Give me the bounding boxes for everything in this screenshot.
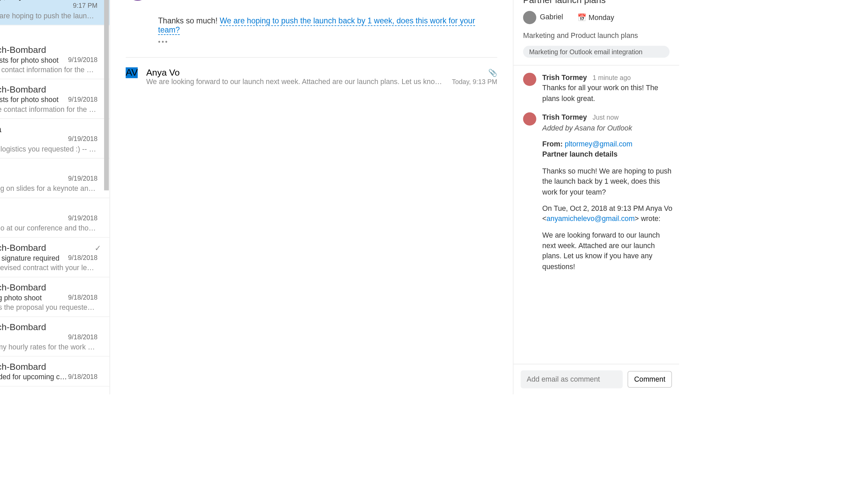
comment-button[interactable]: Comment [628,371,672,388]
comment-author: Trish Tormey [542,113,587,122]
check-icon: ✓ [95,244,101,253]
sender-name: Anya Vo [146,67,180,77]
from-email[interactable]: pltormey@gmail.com [565,140,632,148]
message-sender: Audriana Vojkovich-Bombard [0,361,97,371]
comment: Trish Tormey Just now Added by Asana for… [523,113,674,272]
due-date[interactable]: 📅 Monday [577,13,614,22]
message-time: Today, 9:13 PM [452,78,497,85]
sender-avatar: PT [126,0,150,1]
comment: Trish Tormey 1 minute ago Thanks for all… [523,73,674,104]
message-preview: Hi Trish, Here are the logistics you req… [0,145,97,153]
assignee-avatar-icon [523,11,536,24]
sender-avatar: AV [126,67,138,78]
task-title: Partner launch plans [513,0,679,11]
message-date: 9/18/2018 [68,333,98,342]
time-header: Two weeks ago [0,25,110,40]
message-date: 9/19/2018 [68,214,98,223]
message-item[interactable]: Audriana Vojkovich-BombardHair and makeu… [0,79,110,119]
message-date: 9/19/2018 [68,96,98,104]
message-preview: Hi Trish - Here is the revised contract … [0,264,97,272]
comment-time: 1 minute ago [593,74,631,81]
quoted-p2b: > wrote: [635,214,661,223]
expand-quoted-button[interactable]: ••• [158,38,497,45]
message-item[interactable]: Victoria ChernovaPhoto shoot logistics9/… [0,119,110,159]
message-preview: Thanks so much! We are hoping to push th… [0,11,97,20]
message-subject: Proposal for upcoming photo shoot [0,294,68,302]
comment-avatar-icon [523,113,536,126]
message-item[interactable]: Nikki HendersonReview resume?9/19/2018Hi… [0,198,110,238]
collapsed-message[interactable]: AV Anya Vo 📎 We are looking forward to o… [126,57,497,86]
message-list: Focused Other Filter ⌄ Next: No events f… [0,0,110,395]
message-sender: Patricia Tormey; Anya Vo [0,0,97,1]
comment-time: Just now [593,114,619,120]
task-tag[interactable]: Marketing for Outlook email integration [523,46,670,57]
message-date: 9/19/2018 [68,135,98,144]
message-item[interactable]: Audriana Vojkovich-BombardHair and makeu… [0,40,110,79]
scrollbar[interactable] [103,0,110,395]
from-label: From: [542,140,565,148]
quoted-subject: Partner launch details [542,150,618,159]
message-preview: Hey Trish - Attached is the proposal you… [0,303,97,312]
message-subject: Your revised contract: signature require… [0,254,68,262]
reading-pane: Partner launch details 📎 1 ⌄ PT Patricia… [110,0,514,395]
assignee[interactable]: Gabriel [523,11,563,24]
message-preview: Hey Trish - Here are my hourly rates for… [0,343,97,351]
comment-text: Thanks for all your work on this! The pl… [542,83,674,104]
message-subject: Partner launch details [0,2,73,11]
message-item[interactable]: Audriana Vojkovich-BombardMarketing asse… [0,357,110,387]
message-sender: Victoria Chernova [0,124,97,134]
message-sender: Audriana Vojkovich-Bombard [0,322,97,332]
message-sender: Audriana Vojkovich-Bombard [0,44,97,55]
comment-input[interactable] [521,370,623,388]
message-item[interactable]: Audriana Vojkovich-BombardProposal for u… [0,277,110,317]
message-date: 9/18/2018 [68,373,98,381]
message-item[interactable]: Audriana Vojkovich-BombardYour revised c… [0,238,110,277]
message-preview: Hey Trish - Here is the contact informat… [0,105,97,114]
message-date: 9/19/2018 [68,175,98,183]
due-label: Monday [589,13,614,22]
message-subject: Freelance rates [0,333,68,342]
message-sender: Audriana Vojkovich-Bombard [0,282,97,293]
comment-italic: Added by Asana for Outlook [542,123,674,134]
message-preview: Hey Trish, Here is the contact informati… [0,65,97,74]
message-date: 9/18/2018 [68,294,98,302]
message-sender: Nikki Henderson [0,203,97,213]
quoted-p1: Thanks so much! We are hoping to push th… [542,166,674,197]
message-sender: Audriana Vojkovich-Bombard [0,243,97,253]
asana-panel: Asana ✕ ← View in Asana Partner launch p… [513,0,679,395]
message-preview: We are looking forward to our launch nex… [146,77,446,86]
message-sender: Audriana Vojkovich-Bombard [0,84,97,94]
email-body: Thanks so much! We are hoping to push th… [158,16,497,45]
message-item[interactable]: Audriana Vojkovich-BombardFreelance rate… [0,317,110,357]
quoted-email-link[interactable]: anyamichelevo@gmail.com [547,214,635,223]
message-subject: Marketing assets needed for upcoming co-… [0,373,68,381]
message-preview: Hi Trish, I just met Julio at our confer… [0,224,97,232]
message-item[interactable]: ▶Patricia Tormey; Anya VoPartner launch … [0,0,110,25]
task-comments: Trish Tormey 1 minute ago Thanks for all… [513,65,679,364]
message-date: 9/19/2018 [68,56,98,64]
message-date: 9/18/2018 [68,254,98,262]
message-subject: Photo shoot logistics [0,135,68,144]
message-item[interactable]: Nikki HendersonNew team headshots9/19/20… [0,159,110,198]
message-subject: Hair and makeup stylists for photo shoot [0,56,68,64]
message-subject: Hair and makeup stylists for photo shoot [0,96,68,104]
message-preview: Hello Trish, I'm working on slides for a… [0,185,97,193]
quoted-p3: We are looking forward to our launch nex… [542,230,674,272]
task-description: Marketing and Product launch plans [513,31,679,45]
attachment-icon: 📎 [488,68,497,77]
message-sender: Nikki Henderson [0,164,97,174]
comment-avatar-icon [523,73,536,86]
scrollbar-thumb[interactable] [104,0,109,190]
body-text: Thanks so much! [158,16,220,25]
message-subject: Review resume? [0,214,68,223]
assignee-name: Gabriel [540,13,563,21]
message-subject: New team headshots [0,175,68,183]
message-date: 9:17 PM [73,2,98,11]
comment-author: Trish Tormey [542,73,587,82]
